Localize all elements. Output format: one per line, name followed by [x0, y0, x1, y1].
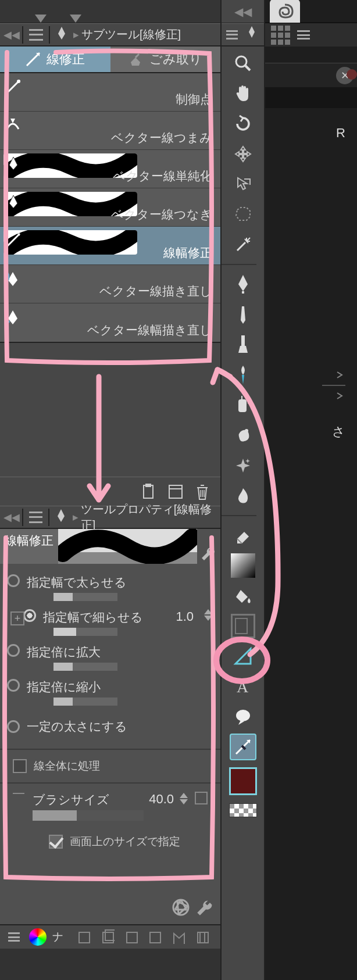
right-view-bar [265, 23, 357, 47]
color-wheel-icon[interactable] [29, 928, 47, 946]
frame-icon[interactable] [230, 613, 256, 639]
svg-rect-2 [145, 484, 151, 487]
tp-wrench-icon[interactable] [196, 898, 215, 920]
brush-size-slider[interactable] [33, 810, 144, 821]
tool-property-header: ◀◀ ▸ ツールプロパティ[線幅修正] [0, 506, 220, 529]
radio-icon[interactable] [7, 679, 20, 692]
subtool-item-vector-connect[interactable]: ベクター線つなぎ [0, 188, 220, 227]
tool-category-icon[interactable] [56, 27, 67, 43]
tool-property-title: ツールプロパティ[線幅修正] [81, 502, 220, 533]
mini-stack4-icon[interactable] [149, 929, 162, 945]
option-scale-up[interactable]: 指定倍に拡大 [7, 643, 213, 678]
checkbox-label: 画面上のサイズで指定 [70, 834, 180, 849]
option-mini-slider[interactable] [53, 663, 117, 671]
radio-icon[interactable] [7, 574, 20, 587]
mini-stack2-icon[interactable] [102, 929, 115, 945]
tab-line-correct[interactable]: 線修正 [0, 47, 110, 72]
airbrush-icon[interactable] [230, 392, 256, 419]
vt-header [222, 23, 264, 47]
subtool-item-vector-pinch[interactable]: ベクター線つまみ [0, 112, 220, 150]
menu-dropdown-arrow-icon[interactable] [70, 15, 81, 23]
rotate-icon[interactable] [230, 110, 256, 137]
swirl-logo-icon[interactable] [270, 0, 300, 23]
panel-menu-icon[interactable] [29, 29, 43, 41]
radio-icon[interactable] [7, 720, 20, 733]
mini-stack6-icon[interactable] [197, 929, 212, 945]
brush-icon[interactable] [230, 331, 256, 358]
radio-icon[interactable] [23, 609, 36, 622]
deco-brush-icon[interactable] [230, 422, 256, 449]
line-correct-tool-icon[interactable] [230, 734, 256, 760]
delete-subtool-icon[interactable] [192, 482, 212, 502]
option-scale-down[interactable]: 指定倍に縮小 [7, 678, 213, 713]
blend-icon[interactable] [230, 482, 256, 509]
subtool-item-vector-simplify[interactable]: ベクター線単純化 [0, 150, 220, 188]
transparent-swatch[interactable] [229, 803, 257, 817]
brush-size-linkbox-icon[interactable] [195, 792, 208, 804]
gradient-icon[interactable] [230, 552, 256, 579]
expand-icon[interactable]: + [10, 611, 24, 625]
ruler-icon[interactable] [230, 643, 256, 670]
collapse-arrows-icon[interactable]: ◀◀ [3, 28, 20, 41]
brush-size-value[interactable]: 40.0 [149, 792, 174, 807]
option-mini-slider[interactable] [53, 593, 117, 601]
thumbnail-grid-icon[interactable] [271, 26, 290, 45]
paint-brush-icon[interactable] [230, 362, 256, 388]
mini-stack5-icon[interactable] [173, 929, 185, 945]
tp-aperture-icon[interactable] [170, 897, 191, 921]
lasso-icon[interactable] [230, 201, 256, 228]
right-tab-strip: ✕ [265, 63, 357, 87]
checkbox-icon[interactable] [49, 835, 63, 849]
pen-icon[interactable] [230, 271, 256, 298]
select-transform-icon[interactable] [230, 171, 256, 198]
subtool-item-control-point[interactable]: 制御点 [0, 73, 220, 112]
option-thicken-by-width[interactable]: 指定幅で太らせる [7, 573, 213, 608]
mini-stack3-icon[interactable] [126, 929, 138, 945]
sparkle-icon[interactable] [230, 452, 256, 479]
spinner-icon[interactable] [180, 793, 189, 804]
option-label: 指定倍に縮小 [27, 679, 101, 695]
hand-icon[interactable] [230, 80, 256, 107]
width-value[interactable]: 1.0 [176, 609, 194, 624]
tab-dust-removal[interactable]: ごみ取り [110, 47, 221, 72]
process-whole-line-row[interactable]: 線全体に処理 [7, 753, 213, 779]
chevron-right-icon[interactable] [335, 392, 344, 400]
fill-icon[interactable] [230, 582, 256, 609]
checkbox-icon[interactable] [13, 759, 27, 773]
text-icon[interactable]: A [230, 673, 256, 700]
spinner-icon[interactable] [204, 609, 213, 621]
right-letter-1: R [277, 126, 345, 141]
panel-menu-icon[interactable] [226, 30, 238, 40]
subtool-item-vector-redraw[interactable]: ベクター線描き直し [0, 265, 220, 303]
vt-collapse[interactable]: ◀◀ [222, 0, 264, 23]
radio-icon[interactable] [7, 644, 20, 657]
option-mini-slider[interactable] [53, 628, 117, 636]
option-fixed-width[interactable]: 一定の太さにする [7, 713, 213, 741]
collapse-arrows-icon[interactable]: ◀◀ [3, 511, 20, 524]
chevron-right-icon[interactable] [335, 371, 344, 379]
move-tool-icon[interactable] [230, 141, 256, 167]
foreground-color-swatch[interactable] [229, 767, 257, 795]
new-subtool-icon[interactable] [166, 482, 185, 502]
vector-width-redraw-icon [5, 309, 21, 326]
subtool-item-line-width[interactable]: 線幅修正 [0, 227, 220, 265]
tool-property-settings-icon[interactable] [197, 529, 220, 564]
menu-dropdown-arrow-icon[interactable] [35, 15, 47, 23]
option-mini-slider[interactable] [53, 698, 117, 706]
balloon-icon[interactable] [230, 703, 256, 730]
record-dot-icon[interactable] [347, 69, 357, 80]
eraser-tool-icon[interactable] [230, 522, 256, 549]
tool-property-icon[interactable] [55, 509, 67, 525]
mini-stack1-icon[interactable] [78, 929, 91, 945]
list-view-icon[interactable] [297, 30, 310, 40]
specify-on-screen-row[interactable]: 画面上のサイズで指定 [7, 829, 213, 854]
pencil-icon[interactable] [230, 301, 256, 328]
option-thin-by-width[interactable]: + 指定幅で細らせる 1.0 [7, 608, 213, 643]
wand-icon[interactable] [230, 231, 256, 258]
control-point-icon [5, 79, 21, 95]
subtool-item-vector-width-redraw[interactable]: ベクター線幅描き直し [0, 303, 220, 342]
zoom-icon[interactable] [230, 50, 256, 77]
paste-subtool-icon[interactable] [139, 482, 159, 502]
panel-menu-icon[interactable] [29, 512, 42, 523]
panel-menu-icon[interactable] [8, 932, 20, 942]
